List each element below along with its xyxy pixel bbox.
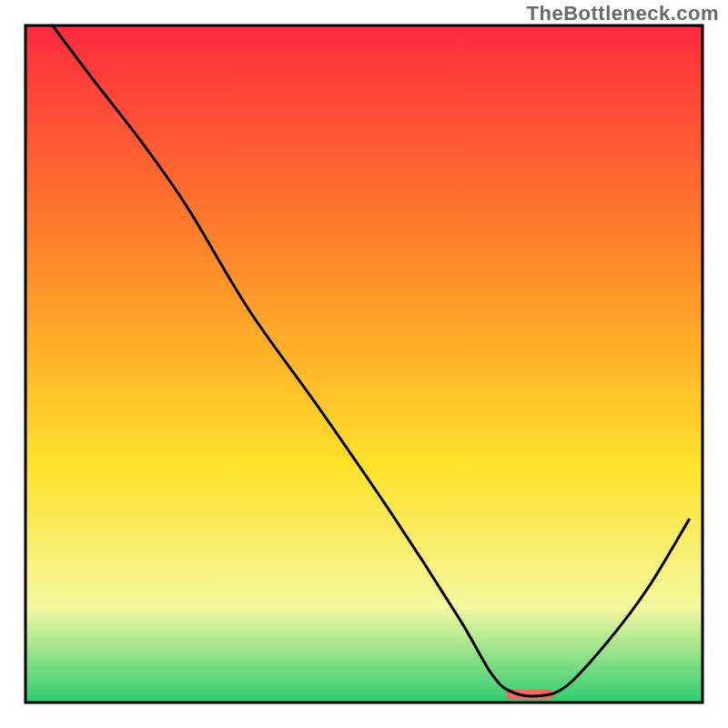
watermark-label: TheBottleneck.com: [527, 2, 719, 25]
bottleneck-chart: TheBottleneck.com: [0, 0, 728, 728]
plot-background: [25, 25, 703, 703]
chart-svg: [0, 0, 728, 728]
